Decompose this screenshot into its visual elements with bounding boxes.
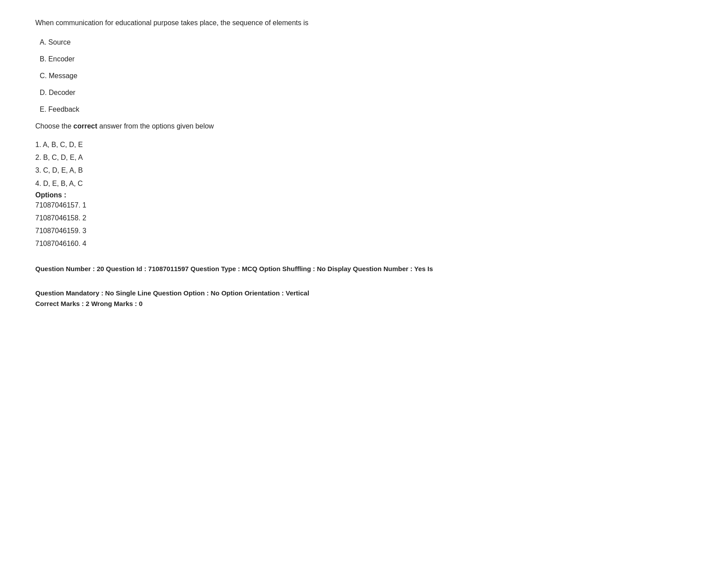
options-label: Options : bbox=[35, 191, 693, 199]
option-id-4: 71087046160. 4 bbox=[35, 238, 693, 249]
option-b: B. Encoder bbox=[35, 54, 693, 64]
option-c: C. Message bbox=[35, 71, 693, 81]
meta-line1: Question Number : 20 Question Id : 71087… bbox=[35, 263, 693, 275]
answer-4: 4. D, E, B, A, C bbox=[35, 178, 693, 189]
option-d: D. Decoder bbox=[35, 87, 693, 98]
option-id-2: 71087046158. 2 bbox=[35, 212, 693, 224]
choose-prefix: Choose the bbox=[35, 122, 73, 130]
choose-instruction: Choose the correct answer from the optio… bbox=[35, 121, 693, 132]
question-text: When communication for educational purpo… bbox=[35, 18, 693, 28]
option-id-3: 71087046159. 3 bbox=[35, 225, 693, 237]
choose-bold: correct bbox=[73, 122, 97, 130]
answer-2: 2. B, C, D, E, A bbox=[35, 151, 693, 163]
answer-1: 1. A, B, C, D, E bbox=[35, 139, 693, 151]
option-e: E. Feedback bbox=[35, 104, 693, 115]
option-a: A. Source bbox=[35, 37, 693, 48]
answer-list: 1. A, B, C, D, E 2. B, C, D, E, A 3. C, … bbox=[35, 139, 693, 189]
choose-suffix: answer from the options given below bbox=[98, 122, 214, 130]
meta-line2: Question Mandatory : No Single Line Ques… bbox=[35, 287, 693, 299]
option-id-list: 71087046157. 1 71087046158. 2 7108704615… bbox=[35, 199, 693, 250]
option-id-1: 71087046157. 1 bbox=[35, 199, 693, 211]
marks-line: Correct Marks : 2 Wrong Marks : 0 bbox=[35, 300, 693, 307]
options-list: A. Source B. Encoder C. Message D. Decod… bbox=[35, 37, 693, 115]
answer-3: 3. C, D, E, A, B bbox=[35, 164, 693, 176]
question-container: When communication for educational purpo… bbox=[35, 18, 693, 307]
